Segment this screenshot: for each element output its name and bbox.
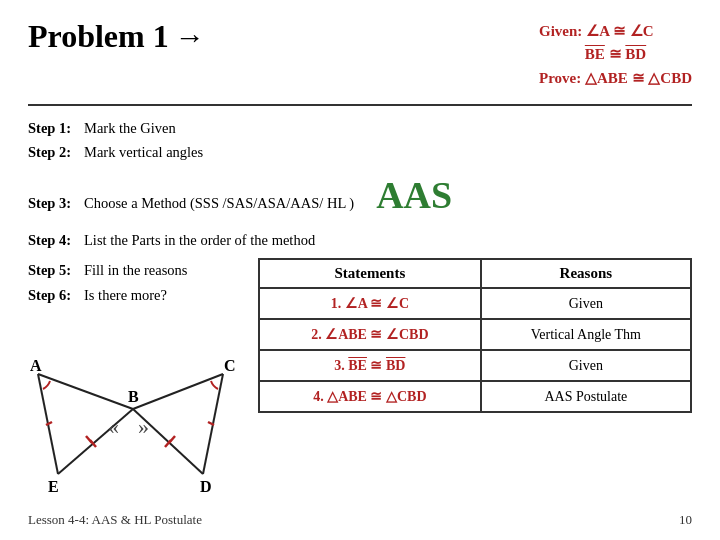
step-2: Step 2: Mark vertical angles [28,140,692,165]
geometry-diagram: A B C E D « » [28,314,238,499]
svg-line-3 [133,374,223,409]
given-angle-a: ∠A ≅ ∠C [586,23,653,39]
stmt-2: 2. ∠ABE ≅ ∠CBD [259,319,481,350]
given-bd: BD [625,46,646,62]
given-label: Given: [539,23,586,39]
given-line1: Given: ∠A ≅ ∠C [539,20,692,43]
svg-text:»: » [138,414,149,439]
step-6: Step 6: Is there more? [28,283,248,308]
step-2-text: Mark vertical angles [84,140,203,165]
problem-title-text: Problem 1 [28,18,169,55]
table-area: Statements Reasons 1. ∠A ≅ ∠C Given 2. ∠… [248,258,692,504]
step-4-text: List the Parts in the order of the metho… [84,228,315,253]
prove-value: △ABE ≅ △CBD [585,70,692,86]
step-4-num: Step 4: [28,228,80,253]
step-1: Step 1: Mark the Given [28,116,692,141]
prove-label: Prove: [539,70,585,86]
step-3-text: Choose a Method (SSS /SAS/ASA/AAS/ HL ) [84,191,354,216]
step-6-num: Step 6: [28,283,80,308]
svg-text:D: D [200,478,212,495]
aas-label: AAS [376,163,452,228]
step-2-num: Step 2: [28,140,80,165]
given-be: BE [585,46,605,62]
table-row: 2. ∠ABE ≅ ∠CBD Vertical Angle Thm [259,319,691,350]
svg-line-0 [38,374,133,409]
svg-text:C: C [224,357,236,374]
steps-5-6: Step 5: Fill in the reasons Step 6: Is t… [28,258,248,307]
header-row: Problem 1 → Given: ∠A ≅ ∠C BE ≅ BD Prove… [28,18,692,90]
step-5-text: Fill in the reasons [84,258,188,283]
given-line2: BE ≅ BD [539,43,692,66]
page-number: 10 [679,512,692,528]
step-4: Step 4: List the Parts in the order of t… [28,228,692,253]
stmt-4: 4. △ABE ≅ △CBD [259,381,481,412]
proof-table: Statements Reasons 1. ∠A ≅ ∠C Given 2. ∠… [258,258,692,413]
step-3: Step 3: Choose a Method (SSS /SAS/ASA/AA… [28,165,692,228]
svg-text:A: A [30,357,42,374]
svg-text:B: B [128,388,139,405]
step-6-text: Is there more? [84,283,167,308]
arrow-icon: → [175,20,205,54]
given-congruent: ≅ [609,46,626,62]
main-content: Step 5: Fill in the reasons Step 6: Is t… [28,258,692,504]
given-box: Given: ∠A ≅ ∠C BE ≅ BD Prove: △ABE ≅ △CB… [539,18,692,90]
col-reasons: Reasons [481,259,691,288]
svg-text:E: E [48,478,59,495]
table-row: 4. △ABE ≅ △CBD AAS Postulate [259,381,691,412]
footer: Lesson 4-4: AAS & HL Postulate 10 [28,512,692,528]
svg-line-1 [58,409,133,474]
reason-1: Given [481,288,691,319]
col-statements: Statements [259,259,481,288]
divider [28,104,692,106]
lesson-label: Lesson 4-4: AAS & HL Postulate [28,512,202,528]
problem-title: Problem 1 → [28,18,205,55]
stmt-3: 3. BE ≅ BD [259,350,481,381]
table-row: 3. BE ≅ BD Given [259,350,691,381]
reason-3: Given [481,350,691,381]
step-5: Step 5: Fill in the reasons [28,258,248,283]
step-3-num: Step 3: [28,191,80,216]
table-row: 1. ∠A ≅ ∠C Given [259,288,691,319]
step-5-num: Step 5: [28,258,80,283]
given-line3: Prove: △ABE ≅ △CBD [539,67,692,90]
reason-2: Vertical Angle Thm [481,319,691,350]
reason-4: AAS Postulate [481,381,691,412]
diagram-area: Step 5: Fill in the reasons Step 6: Is t… [28,258,248,504]
svg-text:«: « [108,414,119,439]
steps-list: Step 1: Mark the Given Step 2: Mark vert… [28,116,692,253]
step-1-num: Step 1: [28,116,80,141]
step-1-text: Mark the Given [84,116,176,141]
stmt-1: 1. ∠A ≅ ∠C [259,288,481,319]
